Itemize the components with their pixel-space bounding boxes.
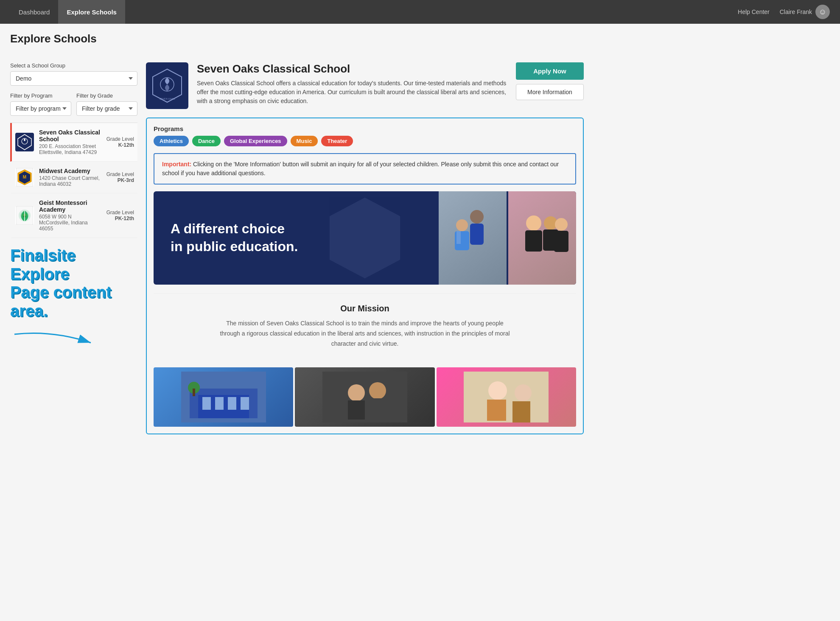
nav-explore[interactable]: Explore Schools [58, 0, 125, 24]
school-info-2: Midwest Academy 1420 Chase Court Carmel,… [39, 168, 101, 187]
hero-image-1 [439, 191, 507, 285]
right-panel: SEVEN OAKS Seven Oaks Classical School S… [146, 62, 584, 434]
tag-dance[interactable]: Dance [192, 136, 221, 146]
svg-rect-37 [369, 398, 386, 417]
school-item-2[interactable]: M Midwest Academy 1420 Chase Court Carme… [10, 162, 137, 193]
important-text: Clicking on the 'More Information' butto… [162, 161, 559, 176]
svg-point-15 [456, 219, 468, 231]
school-address-2: 1420 Chase Court Carmel, Indiana 46032 [39, 175, 101, 187]
mission-text: The mission of Seven Oaks Classical Scho… [216, 319, 513, 349]
watermark-line1: Finalsite ExplorePage content area. [10, 246, 137, 321]
school-header: SEVEN OAKS Seven Oaks Classical School S… [146, 62, 584, 109]
important-notice: Important: Clicking on the 'More Informa… [154, 153, 576, 185]
photo-building [154, 367, 293, 427]
school-detail-description: Seven Oaks Classical School offers a cla… [197, 79, 507, 106]
svg-rect-23 [554, 231, 568, 252]
avatar: ☺ [815, 5, 830, 19]
school-detail-title: Seven Oaks Classical School [197, 62, 507, 76]
school-group-select[interactable]: Demo [10, 71, 137, 86]
svg-rect-42 [512, 401, 530, 422]
photo-students [437, 367, 576, 427]
help-center-link[interactable]: Help Center [738, 8, 770, 15]
mission-section: Our Mission The mission of Seven Oaks Cl… [154, 293, 576, 359]
svg-point-40 [515, 384, 532, 401]
nav-right: Help Center Claire Frank ☺ [738, 5, 830, 19]
programs-label: Programs [154, 125, 576, 132]
svg-point-18 [526, 215, 541, 231]
sidebar: Select a School Group Demo Filter by Pro… [10, 62, 146, 434]
school-logo-2: M [15, 168, 34, 187]
filter-grade-label: Filter by Grade [76, 92, 137, 99]
detail-content-box: Programs Athletics Dance Global Experien… [146, 117, 584, 434]
more-info-button[interactable]: More Information [516, 84, 584, 100]
hero-banner: A different choice in public education. [154, 191, 576, 285]
user-name-label: Claire Frank [780, 8, 812, 15]
school-address-3: 6058 W 900 N McCordsville, Indiana 46055 [39, 214, 101, 232]
important-label: Important: [162, 161, 191, 168]
tag-theater[interactable]: Theater [321, 136, 353, 146]
school-logo-3 [15, 206, 34, 225]
mission-title: Our Mission [171, 304, 559, 313]
hero-images [439, 191, 576, 285]
photo-classroom [295, 367, 434, 427]
page-container: Select a School Group Demo Filter by Pro… [0, 52, 594, 445]
hero-image-2 [508, 191, 576, 285]
grade-info-2: Grade Level PK-3rd [106, 171, 134, 183]
school-info-3: Geist Montessori Academy 6058 W 900 N Mc… [39, 199, 101, 232]
school-item-1[interactable]: Seven Oaks Classical School 200 E. Assoc… [10, 123, 137, 162]
svg-point-35 [369, 382, 386, 399]
school-header-logo: SEVEN OAKS [146, 62, 188, 109]
svg-rect-14 [470, 224, 484, 245]
group-select-label: Select a School Group [10, 62, 137, 69]
nav-dashboard[interactable]: Dashboard [10, 0, 58, 24]
svg-rect-41 [487, 400, 506, 421]
svg-text:SEVEN OAKS: SEVEN OAKS [159, 98, 175, 100]
svg-point-13 [470, 210, 484, 224]
school-address-1: 200 E. Association Street Ellettsville, … [39, 143, 101, 155]
filter-program-label: Filter by Program [10, 92, 71, 99]
school-item-3[interactable]: Geist Montessori Academy 6058 W 900 N Mc… [10, 193, 137, 238]
tag-music[interactable]: Music [291, 136, 318, 146]
svg-rect-30 [241, 397, 249, 410]
school-logo-1 [15, 133, 34, 151]
school-name-1: Seven Oaks Classical School [39, 129, 101, 143]
svg-rect-29 [228, 397, 236, 410]
school-header-actions: Apply Now More Information [516, 62, 584, 100]
page-title: Explore Schools [10, 32, 830, 45]
school-info-1: Seven Oaks Classical School 200 E. Assoc… [39, 129, 101, 155]
svg-point-39 [488, 381, 507, 400]
filter-program-select[interactable]: Filter by program [10, 101, 71, 116]
svg-rect-32 [193, 389, 195, 396]
nav-bar: Dashboard Explore Schools Help Center Cl… [0, 0, 840, 24]
svg-rect-19 [525, 230, 542, 252]
filter-grade-select[interactable]: Filter by grade [76, 101, 137, 116]
school-name-2: Midwest Academy [39, 168, 101, 174]
svg-text:M: M [23, 175, 26, 179]
svg-rect-17 [456, 231, 461, 244]
svg-rect-0 [16, 133, 33, 151]
svg-rect-28 [215, 397, 224, 410]
svg-point-22 [555, 218, 568, 231]
grade-info-3: Grade Level PK-12th [106, 210, 134, 221]
programs-tags: Athletics Dance Global Experiences Music… [154, 136, 576, 146]
programs-section: Programs Athletics Dance Global Experien… [154, 125, 576, 146]
grade-info-1: Grade Level K-12th [106, 136, 134, 148]
svg-rect-36 [348, 400, 365, 420]
user-menu[interactable]: Claire Frank ☺ [780, 5, 830, 19]
watermark-arrow [10, 326, 137, 347]
svg-rect-27 [202, 397, 211, 410]
watermark-area: Finalsite ExplorePage content area. [10, 238, 137, 355]
tag-athletics[interactable]: Athletics [154, 136, 189, 146]
school-name-3: Geist Montessori Academy [39, 199, 101, 213]
school-list: Seven Oaks Classical School 200 E. Assoc… [10, 123, 137, 238]
school-header-info: Seven Oaks Classical School Seven Oaks C… [197, 62, 507, 106]
apply-now-button[interactable]: Apply Now [516, 62, 584, 80]
svg-point-34 [348, 384, 365, 401]
tag-global-experiences[interactable]: Global Experiences [224, 136, 287, 146]
photo-row [154, 367, 576, 427]
